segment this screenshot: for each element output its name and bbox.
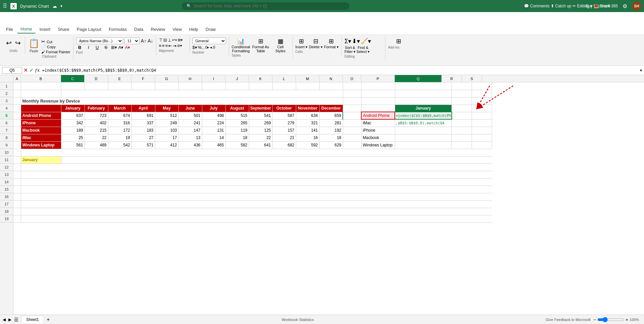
align-top-button[interactable]: ⊤ xyxy=(159,38,163,43)
cancel-formula-icon[interactable]: ✕ xyxy=(23,67,28,73)
find-select-button[interactable]: Find &Select ▾ xyxy=(356,46,370,54)
sheet-options-button[interactable]: ☰ xyxy=(14,317,18,322)
cell-reference-input[interactable] xyxy=(2,67,22,74)
italic-button[interactable]: I xyxy=(85,45,92,50)
menu-insert[interactable]: Insert xyxy=(36,25,54,33)
row-header-11[interactable]: 11 xyxy=(0,156,13,164)
prev-sheet-button[interactable]: ◀ xyxy=(3,317,6,322)
app-grid-icon[interactable]: ⠿ xyxy=(3,2,7,10)
align-center-button[interactable]: ≡ xyxy=(162,43,165,48)
zoom-in-button[interactable]: + xyxy=(626,317,628,322)
number-format-selector[interactable]: General xyxy=(193,38,226,44)
row-header-6[interactable]: 6 xyxy=(0,119,13,127)
merge-button[interactable]: ⊞▾ xyxy=(178,38,183,43)
row-header-19[interactable]: 19 xyxy=(0,215,13,222)
col-header-l[interactable]: L xyxy=(272,75,296,82)
col-header-f[interactable]: F xyxy=(131,75,155,82)
comments-button[interactable]: 💬 Comments xyxy=(524,4,549,8)
underline-button[interactable]: U xyxy=(94,45,101,50)
font-size-selector[interactable]: 11 xyxy=(124,38,140,44)
zoom-out-button[interactable]: − xyxy=(593,317,596,322)
row-header-8[interactable]: 8 xyxy=(0,134,13,141)
col-header-j[interactable]: J xyxy=(225,75,249,82)
orientation-button[interactable]: ⊘▾ xyxy=(177,43,182,48)
align-left-button[interactable]: ≡ xyxy=(159,43,162,48)
insert-cells-button[interactable]: ⊞Insert ▾ xyxy=(296,38,308,49)
row-header-7[interactable]: 7 xyxy=(0,127,13,134)
cloud-save-icon[interactable]: ☁ xyxy=(52,3,57,9)
row-header-15[interactable]: 15 xyxy=(0,186,13,193)
share-button[interactable]: 📤 Share xyxy=(594,4,610,8)
cell-styles-button[interactable]: ▦ CellStyles xyxy=(271,38,290,53)
menu-help[interactable]: Help xyxy=(186,25,202,33)
format-painter-button[interactable]: 🖌 Format Painter xyxy=(41,50,70,54)
row-header-14[interactable]: 14 xyxy=(0,178,13,186)
col-header-k[interactable]: K xyxy=(249,75,272,82)
redo-button[interactable]: ↪ xyxy=(14,38,22,48)
confirm-formula-icon[interactable]: ✓ xyxy=(29,67,34,73)
row-header-4[interactable]: 4 xyxy=(0,105,13,112)
bold-button[interactable]: B xyxy=(76,45,84,50)
row-header-13[interactable]: 13 xyxy=(0,171,13,178)
col-header-m[interactable]: M xyxy=(296,75,319,82)
menu-file[interactable]: File xyxy=(3,25,16,33)
next-sheet-button[interactable]: ▶ xyxy=(8,317,11,322)
menu-formulas[interactable]: Formulas xyxy=(105,25,130,33)
formula-input[interactable] xyxy=(41,67,639,73)
row-header-3[interactable]: 3 xyxy=(0,97,13,105)
undo-button[interactable]: ↩ xyxy=(5,38,13,48)
col-header-r[interactable]: R xyxy=(442,75,462,82)
menu-page-layout[interactable]: Page Layout xyxy=(73,25,105,33)
align-right-button[interactable]: ≡ xyxy=(165,43,168,48)
indent-increase-button[interactable]: ⇥ xyxy=(173,43,176,48)
menu-home[interactable]: Home xyxy=(17,25,36,34)
row-header-18[interactable]: 18 xyxy=(0,208,13,215)
col-header-d[interactable]: D xyxy=(85,75,108,82)
decrease-decimal-button[interactable]: .0▸ xyxy=(204,45,209,50)
catch-up-button[interactable]: ⬆ Catch up xyxy=(551,4,571,8)
delete-cells-button[interactable]: ⊟Delete ▾ xyxy=(309,38,323,49)
menu-view[interactable]: View xyxy=(169,25,185,33)
increase-font-button[interactable]: A↑ xyxy=(141,38,146,44)
row-header-1[interactable]: 1 xyxy=(0,82,13,90)
avatar[interactable]: SH xyxy=(632,1,641,11)
col-header-c[interactable]: C xyxy=(61,75,85,82)
zoom-slider[interactable] xyxy=(597,317,624,322)
feedback-label[interactable]: Give Feedback to Microsoft xyxy=(546,318,591,322)
addins-button[interactable]: ⊞ xyxy=(388,38,410,45)
workbook-stats-label[interactable]: Workbook Statistics xyxy=(281,318,314,322)
sort-filter-button[interactable]: Sort &Filter ▾ xyxy=(344,46,356,54)
menu-draw[interactable]: Draw xyxy=(202,25,219,33)
col-header-n[interactable]: N xyxy=(319,75,343,82)
row-header-5[interactable]: 5 xyxy=(0,112,13,119)
conditional-formatting-button[interactable]: 📊 ConditionalFormatting xyxy=(232,38,250,53)
row-header-10[interactable]: 10 xyxy=(0,149,13,156)
search-input[interactable] xyxy=(194,4,345,8)
wrap-text-button[interactable]: ↵≡ xyxy=(172,38,177,43)
menu-review[interactable]: Review xyxy=(148,25,169,33)
indent-decrease-button[interactable]: ⇤ xyxy=(168,43,172,48)
menu-data[interactable]: Data xyxy=(131,25,147,33)
increase-decimal-button[interactable]: ◂.0 xyxy=(210,45,215,50)
sheet-tab-sheet1[interactable]: Sheet1 xyxy=(21,316,44,323)
formula-expand-icon[interactable]: ▾ xyxy=(640,68,642,73)
col-header-s[interactable]: S xyxy=(462,75,482,82)
col-header-b[interactable]: B xyxy=(21,75,61,82)
col-header-i[interactable]: I xyxy=(202,75,225,82)
font-name-selector[interactable]: Aptos Narrow (Bo...) xyxy=(76,38,123,44)
row-header-12[interactable]: 12 xyxy=(0,164,13,171)
add-sheet-button[interactable]: + xyxy=(47,317,50,323)
paste-button[interactable]: 📋 xyxy=(28,38,40,49)
clear-button[interactable]: 🧹▾ xyxy=(361,38,371,45)
format-as-table-button[interactable]: ⊞ Format AsTable xyxy=(252,38,270,53)
col-header-q[interactable]: Q xyxy=(395,75,442,82)
row-header-17[interactable]: 17 xyxy=(0,200,13,208)
row-header-9[interactable]: 9 xyxy=(0,141,13,149)
currency-button[interactable]: $▾ xyxy=(193,45,197,50)
font-color-button[interactable]: A▾ xyxy=(125,45,130,50)
col-header-a[interactable]: A xyxy=(13,75,21,82)
row-header-16[interactable]: 16 xyxy=(0,193,13,200)
comma-button[interactable]: , xyxy=(202,45,204,50)
decrease-font-button[interactable]: A↓ xyxy=(148,38,153,44)
percent-button[interactable]: % xyxy=(198,45,202,50)
